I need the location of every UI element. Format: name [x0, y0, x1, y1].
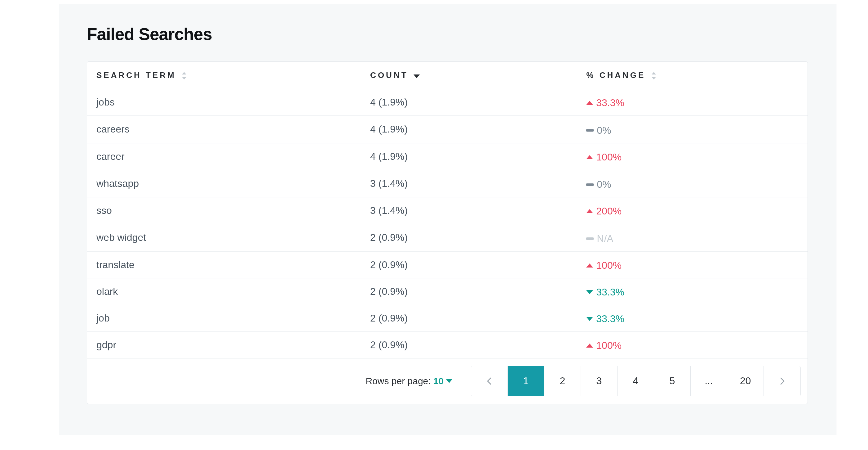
page-button[interactable]: 4	[618, 366, 654, 396]
page-button[interactable]: 5	[654, 366, 691, 396]
change-value: 0%	[597, 125, 611, 136]
trend-up-icon	[586, 263, 593, 268]
trend-flat-icon	[586, 184, 594, 186]
table-row: sso3 (1.4%)200%	[87, 197, 808, 224]
cell-search-term: gdpr	[87, 332, 361, 358]
rows-per-page-value: 10	[433, 376, 444, 386]
change-value: 100%	[596, 340, 622, 351]
change-indicator: 33.3%	[586, 97, 624, 109]
change-indicator: 100%	[586, 340, 622, 351]
sort-icon	[181, 72, 187, 80]
chevron-left-icon	[485, 376, 494, 386]
change-value: 33.3%	[596, 313, 624, 325]
cell-count: 2 (0.9%)	[361, 332, 577, 358]
cell-change: 0%	[577, 116, 808, 143]
cell-change: 33.3%	[577, 278, 808, 305]
cell-change: 100%	[577, 251, 808, 278]
cell-search-term: sso	[87, 197, 361, 224]
rows-per-page: Rows per page: 10	[366, 376, 453, 386]
table-row: jobs4 (1.9%)33.3%	[87, 89, 808, 116]
cell-search-term: job	[87, 305, 361, 332]
change-value: N/A	[597, 233, 613, 245]
cell-count: 2 (0.9%)	[361, 224, 577, 252]
change-indicator: 100%	[586, 260, 622, 271]
change-indicator: N/A	[586, 233, 613, 245]
page-ellipsis: ...	[691, 366, 727, 396]
cell-change: N/A	[577, 224, 808, 252]
cell-search-term: whatsapp	[87, 170, 361, 197]
change-value: 33.3%	[596, 97, 624, 109]
cell-search-term: careers	[87, 116, 361, 143]
cell-change: 33.3%	[577, 305, 808, 332]
page-prev-button	[471, 366, 508, 396]
table-row: web widget2 (0.9%)N/A	[87, 224, 808, 252]
cell-change: 200%	[577, 197, 808, 224]
cell-search-term: web widget	[87, 224, 361, 252]
change-value: 100%	[596, 151, 622, 163]
trend-up-icon	[586, 101, 593, 105]
cell-search-term: jobs	[87, 89, 361, 116]
trend-flat-icon	[586, 237, 594, 240]
table-row: whatsapp3 (1.4%)0%	[87, 170, 808, 197]
col-header-label: % CHANGE	[586, 71, 645, 80]
rows-per-page-label: Rows per page:	[366, 376, 431, 386]
col-header-count[interactable]: COUNT	[361, 62, 577, 89]
col-header-label: SEARCH TERM	[96, 71, 176, 80]
table-row: career4 (1.9%)100%	[87, 143, 808, 170]
change-value: 200%	[596, 205, 622, 217]
sort-desc-icon	[413, 74, 419, 78]
cell-count: 3 (1.4%)	[361, 170, 577, 197]
cell-count: 2 (0.9%)	[361, 305, 577, 332]
change-indicator: 100%	[586, 151, 622, 163]
cell-search-term: career	[87, 143, 361, 170]
trend-flat-icon	[586, 129, 594, 132]
trend-down-icon	[586, 317, 593, 321]
table-row: careers4 (1.9%)0%	[87, 116, 808, 143]
page-button[interactable]: 20	[727, 366, 764, 396]
table-row: gdpr2 (0.9%)100%	[87, 332, 808, 358]
change-value: 33.3%	[596, 286, 624, 298]
change-value: 100%	[596, 260, 622, 271]
page-button[interactable]: 3	[581, 366, 618, 396]
col-header-change[interactable]: % CHANGE	[577, 62, 808, 89]
col-header-search-term[interactable]: SEARCH TERM	[87, 62, 361, 89]
change-indicator: 0%	[586, 125, 611, 136]
trend-down-icon	[586, 290, 593, 294]
trend-up-icon	[586, 343, 593, 347]
change-indicator: 33.3%	[586, 286, 624, 298]
col-header-label: COUNT	[370, 71, 408, 80]
trend-up-icon	[586, 155, 593, 159]
failed-searches-card: SEARCH TERM COUNT % CHANGE jobs4 (	[87, 61, 808, 404]
change-indicator: 200%	[586, 205, 622, 217]
cell-count: 4 (1.9%)	[361, 89, 577, 116]
cell-count: 3 (1.4%)	[361, 197, 577, 224]
cell-count: 2 (0.9%)	[361, 278, 577, 305]
cell-search-term: olark	[87, 278, 361, 305]
cell-change: 100%	[577, 332, 808, 358]
cell-count: 4 (1.9%)	[361, 116, 577, 143]
failed-searches-table: SEARCH TERM COUNT % CHANGE jobs4 (	[87, 62, 808, 358]
trend-up-icon	[586, 209, 593, 213]
rows-per-page-select[interactable]: 10	[433, 376, 452, 386]
change-value: 0%	[597, 179, 611, 190]
table-row: olark2 (0.9%)33.3%	[87, 278, 808, 305]
change-indicator: 33.3%	[586, 313, 624, 325]
chevron-down-icon	[446, 379, 452, 383]
page-title: Failed Searches	[87, 24, 808, 44]
table-footer: Rows per page: 10 12345...20	[87, 358, 808, 404]
cell-change: 33.3%	[577, 89, 808, 116]
page-button[interactable]: 1	[508, 366, 545, 396]
change-indicator: 0%	[586, 179, 611, 190]
cell-count: 2 (0.9%)	[361, 251, 577, 278]
cell-change: 0%	[577, 170, 808, 197]
page-next-button[interactable]	[764, 366, 800, 396]
page-button[interactable]: 2	[545, 366, 581, 396]
cell-search-term: translate	[87, 251, 361, 278]
sort-icon	[651, 72, 657, 80]
chevron-right-icon	[777, 376, 787, 386]
cell-count: 4 (1.9%)	[361, 143, 577, 170]
failed-searches-panel: Failed Searches SEARCH TERM COUNT	[59, 4, 836, 435]
table-row: translate2 (0.9%)100%	[87, 251, 808, 278]
pagination: 12345...20	[471, 366, 801, 396]
cell-change: 100%	[577, 143, 808, 170]
